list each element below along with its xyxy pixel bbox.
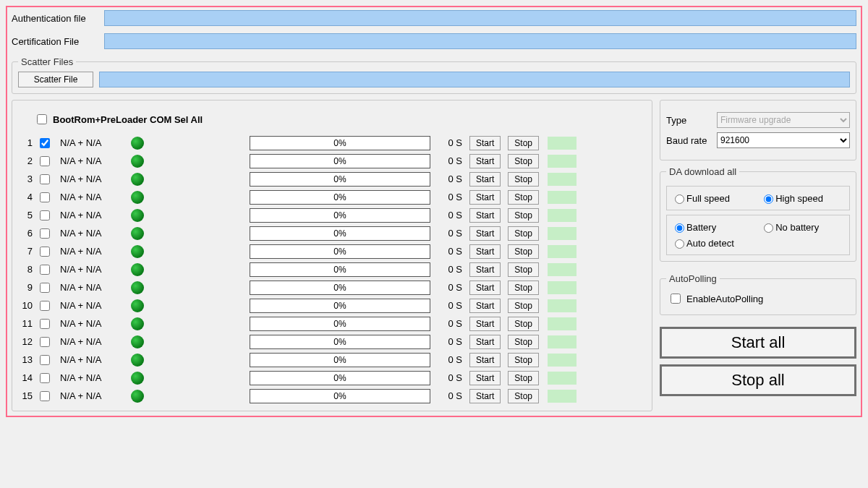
status-dot-icon	[131, 299, 144, 312]
port-checkbox[interactable]	[40, 391, 50, 401]
progress-bar: 0%	[250, 353, 430, 367]
port-checkbox[interactable]	[40, 337, 50, 347]
elapsed-time: 0 S	[441, 318, 462, 329]
stop-button[interactable]: Stop	[508, 208, 539, 223]
start-button[interactable]: Start	[469, 389, 501, 403]
port-checkbox[interactable]	[40, 301, 50, 311]
start-button[interactable]: Start	[469, 317, 501, 331]
port-label: N/A + N/A	[60, 228, 124, 239]
cert-file-label: Certification File	[12, 36, 104, 47]
port-label: N/A + N/A	[60, 210, 124, 221]
progress-bar: 0%	[250, 226, 430, 241]
start-button[interactable]: Start	[469, 281, 501, 295]
start-button[interactable]: Start	[469, 262, 501, 277]
port-index: 1	[18, 137, 33, 148]
start-button[interactable]: Start	[469, 190, 501, 205]
enable-autopolling-checkbox[interactable]: EnableAutoPolling	[666, 288, 850, 309]
start-button[interactable]: Start	[469, 299, 501, 313]
port-checkbox[interactable]	[40, 210, 50, 221]
port-label: N/A + N/A	[60, 390, 124, 401]
stop-button[interactable]: Stop	[508, 262, 539, 277]
no-battery-radio[interactable]: No battery	[760, 221, 843, 233]
port-row: 2N/A + N/A0%0 SStartStop	[18, 152, 646, 170]
scatter-file-button[interactable]: Scatter File	[18, 72, 93, 87]
start-button[interactable]: Start	[469, 226, 501, 241]
port-index: 4	[18, 192, 33, 202]
progress-bar: 0%	[250, 190, 430, 205]
stop-button[interactable]: Stop	[508, 353, 539, 367]
autopolling-group: AutoPolling EnableAutoPolling	[660, 273, 856, 315]
select-all-checkbox[interactable]	[37, 114, 47, 124]
port-index: 3	[18, 174, 33, 184]
status-box	[548, 209, 576, 222]
status-dot-icon	[131, 137, 144, 150]
port-checkbox[interactable]	[40, 174, 50, 184]
scatter-group: Scatter Files Scatter File	[12, 56, 856, 94]
start-button[interactable]: Start	[469, 208, 501, 223]
start-button[interactable]: Start	[469, 371, 501, 385]
elapsed-time: 0 S	[441, 192, 462, 202]
stop-button[interactable]: Stop	[508, 389, 539, 403]
elapsed-time: 0 S	[441, 174, 462, 184]
status-box	[548, 390, 576, 403]
stop-button[interactable]: Stop	[508, 226, 539, 241]
start-button[interactable]: Start	[469, 136, 501, 150]
start-all-button[interactable]: Start all	[660, 327, 856, 359]
progress-bar: 0%	[250, 281, 430, 295]
stop-all-button[interactable]: Stop all	[660, 364, 856, 396]
scatter-file-input[interactable]	[99, 72, 850, 87]
start-button[interactable]: Start	[469, 244, 501, 259]
port-row: 8N/A + N/A0%0 SStartStop	[18, 260, 646, 278]
port-checkbox[interactable]	[40, 138, 50, 148]
cert-file-input[interactable]	[104, 33, 856, 49]
full-speed-radio[interactable]: Full speed	[671, 192, 754, 204]
port-row: 11N/A + N/A0%0 SStartStop	[18, 314, 646, 333]
stop-button[interactable]: Stop	[508, 335, 539, 349]
elapsed-time: 0 S	[441, 282, 462, 293]
stop-button[interactable]: Stop	[508, 317, 539, 331]
elapsed-time: 0 S	[441, 336, 462, 347]
start-button[interactable]: Start	[469, 353, 501, 367]
start-button[interactable]: Start	[469, 335, 501, 349]
status-box	[548, 137, 576, 150]
auth-file-input[interactable]	[104, 10, 856, 26]
status-box	[548, 335, 576, 348]
elapsed-time: 0 S	[441, 210, 462, 221]
baud-select[interactable]: 921600	[717, 132, 850, 148]
elapsed-time: 0 S	[441, 372, 462, 383]
port-checkbox[interactable]	[40, 265, 50, 275]
battery-radio[interactable]: Battery	[671, 221, 754, 233]
stop-button[interactable]: Stop	[508, 244, 539, 259]
stop-button[interactable]: Stop	[508, 154, 539, 168]
port-index: 6	[18, 228, 33, 239]
type-select[interactable]: Firmware upgrade	[717, 112, 850, 128]
stop-button[interactable]: Stop	[508, 190, 539, 205]
stop-button[interactable]: Stop	[508, 281, 539, 295]
progress-bar: 0%	[250, 335, 430, 349]
stop-button[interactable]: Stop	[508, 299, 539, 313]
status-dot-icon	[131, 281, 144, 294]
auto-detect-radio[interactable]: Auto detect	[671, 237, 845, 249]
start-button[interactable]: Start	[469, 154, 501, 168]
port-checkbox[interactable]	[40, 283, 50, 293]
status-box	[548, 245, 576, 258]
start-button[interactable]: Start	[469, 172, 501, 187]
port-row: 6N/A + N/A0%0 SStartStop	[18, 224, 646, 242]
port-index: 14	[18, 372, 33, 383]
port-index: 5	[18, 210, 33, 221]
elapsed-time: 0 S	[441, 390, 462, 401]
port-checkbox[interactable]	[40, 192, 50, 202]
port-checkbox[interactable]	[40, 247, 50, 257]
auth-file-label: Authentication file	[12, 13, 104, 24]
high-speed-radio[interactable]: High speed	[760, 192, 843, 204]
stop-button[interactable]: Stop	[508, 172, 539, 187]
stop-button[interactable]: Stop	[508, 136, 539, 150]
port-checkbox[interactable]	[40, 156, 50, 166]
status-box	[548, 281, 576, 294]
port-checkbox[interactable]	[40, 319, 50, 329]
port-checkbox[interactable]	[40, 228, 50, 239]
stop-button[interactable]: Stop	[508, 371, 539, 385]
port-checkbox[interactable]	[40, 355, 50, 365]
port-checkbox[interactable]	[40, 373, 50, 383]
port-index: 2	[18, 155, 33, 166]
